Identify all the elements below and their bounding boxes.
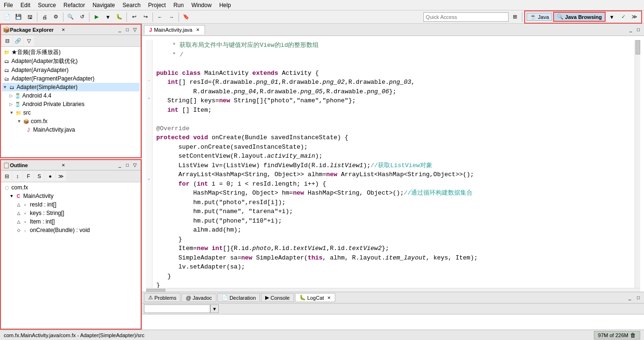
scrollbar-thumb[interactable] <box>635 40 640 54</box>
bottom-tab-declaration[interactable]: 📄 Declaration <box>217 293 260 302</box>
editor-tab-close[interactable]: ✕ <box>196 27 200 32</box>
project3-icon: 🗂 <box>3 75 10 82</box>
logcat-close-x[interactable]: ✕ <box>327 295 331 300</box>
fold-marker-2[interactable]: − <box>146 77 152 86</box>
outline-marker[interactable]: ● <box>45 171 55 181</box>
outline-mainactivity[interactable]: ▼ C MainActivity <box>2 192 140 200</box>
menu-run[interactable]: Run <box>170 1 188 9</box>
perspective-check[interactable]: ✓ <box>618 12 628 22</box>
perspective-dropdown[interactable]: ▼ <box>607 12 617 22</box>
back-button[interactable]: ← <box>155 12 165 22</box>
fold-marker-1[interactable] <box>146 41 152 50</box>
outline-keys[interactable]: △ ▪ keys : String[] <box>2 209 140 217</box>
pkg-item-simpleadapter[interactable]: ▼ 🗂 Adapter(SimpleAdapter) <box>2 83 140 91</box>
outline-comfx[interactable]: ⬡ com.fx <box>2 183 140 192</box>
forward-button[interactable]: → <box>166 12 177 22</box>
code-scrollbar-right[interactable] <box>635 40 640 288</box>
undo-button[interactable]: ↩ <box>129 12 139 22</box>
redo-button[interactable]: ↪ <box>140 12 151 22</box>
debug-button[interactable]: 🐛 <box>114 12 125 22</box>
code-scrollbar-bottom[interactable] <box>146 288 640 292</box>
pkg-item-arrayadapter[interactable]: 🗂 Adapter(ArrayAdapter) <box>2 66 140 74</box>
java-perspective-btn[interactable]: ☕ Java <box>527 13 552 21</box>
pkg-dropdown2[interactable]: ▽ <box>24 36 34 46</box>
outline-field2-icon: ▪ <box>21 209 29 217</box>
menu-project[interactable]: Project <box>144 1 170 9</box>
pkg-link-editor[interactable]: 🔗 <box>13 36 23 46</box>
bottom-tab-logcat[interactable]: 🐛 LogCat ✕ <box>295 293 335 302</box>
menu-refactor[interactable]: Refactor <box>60 1 89 9</box>
outline-resid[interactable]: △ ▪ resId : int[] <box>2 200 140 209</box>
bottom-tab-console[interactable]: ▶ Console <box>261 293 294 302</box>
logcat-filter-btn[interactable]: ▼ <box>210 304 219 313</box>
bottom-minimize-btn[interactable]: _ <box>626 294 634 302</box>
package-icon: 📦 <box>22 117 30 125</box>
pkg-item-src[interactable]: ▼ 📁 src <box>2 108 140 117</box>
search-button[interactable]: 🔍 <box>65 12 76 22</box>
pkg-collapse-all[interactable]: ⊟ <box>2 36 12 46</box>
menu-window[interactable]: Window <box>188 1 215 9</box>
code-editor[interactable]: − + + * 获取布局文件中与键值对应的View的id的整形数组 * / pu… <box>142 36 644 292</box>
memory-indicator[interactable]: 97M of 226M 🗑 <box>594 331 640 340</box>
bottom-maximize-btn[interactable]: □ <box>635 294 642 302</box>
new-button[interactable]: 📄 <box>2 12 12 22</box>
menu-navigate[interactable]: Navigate <box>89 1 118 9</box>
pkg-item-private-libs[interactable]: ▷ 🫙 Android Private Libraries <box>2 100 140 108</box>
outline-minimize-btn[interactable]: _ <box>116 161 124 169</box>
code-line-class: public class MainActivity extends Activi… <box>156 69 631 78</box>
pkg-item-adapter-load[interactable]: 🗂 Adapter(Adapter加载优化) <box>2 57 140 66</box>
outline-item[interactable]: △ ▪ Item : int[] <box>2 217 140 226</box>
editor-minimize[interactable]: _ <box>627 26 635 34</box>
java-browsing-perspective-btn[interactable]: 🔍 Java Browsing <box>553 12 606 22</box>
outline-oncreate[interactable]: ◇ ⬦ onCreate(Bundle) : void <box>2 226 140 234</box>
pkg-maximize-btn[interactable]: □ <box>124 26 131 34</box>
editor-maximize[interactable]: □ <box>635 26 642 34</box>
run-button[interactable]: ▶ <box>91 12 102 22</box>
print-button[interactable]: 🖨 <box>39 12 50 22</box>
outline-more[interactable]: ≫ <box>56 171 66 181</box>
pkg-dropdown-btn[interactable]: ▽ <box>131 26 139 34</box>
fold-marker-3[interactable]: + <box>146 95 152 104</box>
toolbar-sep-2 <box>63 12 63 22</box>
save-button[interactable]: 💾 <box>13 12 24 22</box>
quick-access-input[interactable] <box>423 12 509 22</box>
outline-filter-fields[interactable]: F <box>23 171 34 181</box>
save-all-button[interactable]: 🖫 <box>25 12 35 22</box>
pkg-item-music[interactable]: 📁 ★音频(音乐播放器) <box>2 48 140 57</box>
pkg-minimize-btn[interactable]: _ <box>116 26 124 34</box>
pkg-item-comfx[interactable]: ▼ 📦 com.fx <box>2 117 140 125</box>
logcat-icon: 🐛 <box>299 295 306 301</box>
refresh-button[interactable]: ↺ <box>77 12 87 22</box>
perspective-more[interactable]: ≫ <box>629 12 640 22</box>
outline-dropdown-btn[interactable]: ▽ <box>131 161 139 169</box>
menu-file[interactable]: File <box>0 1 17 9</box>
outline-maximize-btn[interactable]: □ <box>124 161 131 169</box>
run-dropdown[interactable]: ▼ <box>103 12 113 22</box>
menu-source[interactable]: Source <box>34 1 60 9</box>
pkg-item-adapter-load-label: Adapter(Adapter加载优化) <box>11 57 78 65</box>
maximize-button[interactable]: ⊞ <box>510 12 520 22</box>
pkg-item-mainactivity[interactable]: J MainActivity.java <box>2 125 140 134</box>
logcat-filter-input[interactable] <box>144 304 210 313</box>
pkg-item-fragmentpager[interactable]: 🗂 Adapter(FragmentPagerAdapter) <box>2 74 140 83</box>
code-line-resid: int[] resId={R.drawable.png_01,R.drawabl… <box>156 78 631 87</box>
bookmark-button[interactable]: 🔖 <box>181 12 191 22</box>
outline-mainactivity-label: MainActivity <box>23 193 54 199</box>
pkg-item-comfx-label: com.fx <box>31 118 47 125</box>
outline-filter-static[interactable]: S <box>34 171 45 181</box>
code-content[interactable]: * 获取布局文件中与键值对应的View的id的整形数组 * / public c… <box>152 40 635 288</box>
fold-marker-4[interactable]: + <box>146 176 152 185</box>
garbage-collect-icon[interactable]: 🗑 <box>630 332 636 339</box>
status-bar: com.fx.MainActivity.java/com.fx - Adapte… <box>0 330 644 340</box>
menu-search[interactable]: Search <box>119 1 144 9</box>
menu-edit[interactable]: Edit <box>17 1 34 9</box>
pkg-item-android44[interactable]: ▷ 🫙 Android 4.4 <box>2 91 140 100</box>
menu-help[interactable]: Help <box>215 1 235 9</box>
h-scrollbar-thumb[interactable] <box>146 289 165 292</box>
outline-collapse-all[interactable]: ⊟ <box>1 171 12 181</box>
properties-button[interactable]: ⚙ <box>51 12 61 22</box>
outline-sort[interactable]: ↕ <box>12 171 23 181</box>
editor-tab-mainactivity[interactable]: J MainActivity.java ✕ <box>144 25 205 35</box>
bottom-tab-problems[interactable]: ⚠ Problems <box>144 293 180 302</box>
bottom-tab-javadoc[interactable]: @ Javadoc <box>181 294 216 302</box>
